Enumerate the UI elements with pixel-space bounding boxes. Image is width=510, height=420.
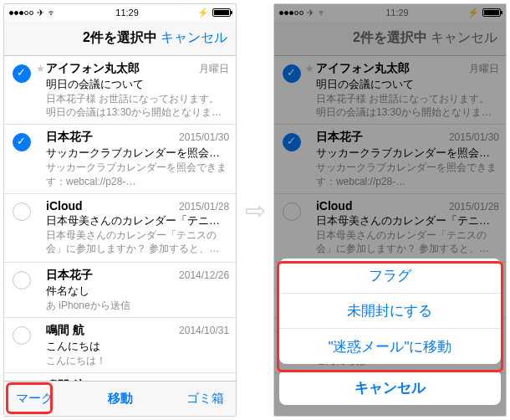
cancel-button[interactable]: キャンセル bbox=[161, 29, 227, 47]
mail-preview: あ iPhoneから送信 bbox=[46, 299, 229, 312]
mail-date: 2015/01/30 bbox=[179, 131, 229, 143]
mail-row[interactable]: 鳴間 航 2014/10/31 件名なし 📎添付ファイル: スクリーンショット … bbox=[4, 373, 236, 381]
nav-bar: 2件を選択中 キャンセル bbox=[4, 21, 236, 56]
select-circle[interactable] bbox=[13, 271, 31, 289]
select-circle[interactable] bbox=[13, 133, 31, 151]
mail-subject: 日本母美さんのカレンダー「テニスの会… bbox=[46, 213, 229, 228]
airplane-icon: ✈ bbox=[37, 8, 44, 18]
mail-subject: サッカークラブカレンダーを照会できます bbox=[46, 146, 229, 161]
mail-preview: 日本母美さんのカレンダー「テニスの会」に参加しますか？ 参加すると、このカレ… bbox=[46, 228, 229, 255]
charge-icon: ⚡ bbox=[197, 8, 209, 18]
mark-button[interactable]: マーク bbox=[16, 391, 54, 407]
select-circle[interactable] bbox=[13, 326, 31, 345]
star-icon: ★ bbox=[34, 61, 46, 119]
toolbar: マーク 移動 ゴミ箱 bbox=[4, 381, 236, 416]
select-circle[interactable] bbox=[13, 64, 31, 83]
mail-sender: 鳴間 航 bbox=[46, 323, 84, 338]
mail-date: 2015/01/28 bbox=[179, 201, 229, 213]
mail-preview: 日本花子様 お世話になっております。明日の会議は13:30から開始となりました。… bbox=[46, 92, 229, 119]
phone-left: ✈ ᯤ 11:29 ⚡ 2件を選択中 キャンセル ★ アイフォン丸太郎 月曜日 … bbox=[3, 3, 237, 417]
star-icon bbox=[34, 323, 46, 367]
mail-sender: アイフォン丸太郎 bbox=[46, 61, 140, 76]
mail-date: 2014/12/26 bbox=[179, 269, 229, 281]
sheet-cancel[interactable]: キャンセル bbox=[279, 370, 501, 405]
mail-sender: iCloud bbox=[46, 199, 83, 213]
sheet-unread[interactable]: 未開封にする bbox=[279, 294, 501, 329]
nav-title: 2件を選択中 bbox=[83, 29, 157, 47]
mail-subject: 件名なし bbox=[46, 284, 229, 299]
mail-preview: こんにちは！ bbox=[46, 354, 229, 367]
battery-icon bbox=[212, 8, 231, 17]
phone-right: ✈ ᯤ 11:29 ⚡ 2件を選択中 キャンセル ★ アイフォン丸太郎 月曜日 … bbox=[273, 3, 507, 417]
mail-row[interactable]: 日本花子 2015/01/30 サッカークラブカレンダーを照会できます サッカー… bbox=[4, 125, 236, 193]
mail-date: 2014/10/31 bbox=[179, 325, 229, 336]
status-time: 11:29 bbox=[115, 8, 139, 18]
select-circle[interactable] bbox=[13, 202, 31, 221]
sheet-flag[interactable]: フラグ bbox=[279, 259, 501, 294]
mail-date: 月曜日 bbox=[199, 62, 229, 76]
mail-preview: サッカークラブカレンダーを照会できます：webcal://p28-calenda… bbox=[46, 161, 229, 187]
mail-row[interactable]: iCloud 2015/01/28 日本母美さんのカレンダー「テニスの会… 日本… bbox=[4, 194, 236, 263]
mail-row[interactable]: ★ アイフォン丸太郎 月曜日 明日の会議について 日本花子様 お世話になっており… bbox=[4, 56, 236, 125]
wifi-icon: ᯤ bbox=[48, 8, 57, 18]
action-sheet: フラグ 未開封にする "迷惑メール"に移動 キャンセル bbox=[279, 259, 501, 411]
arrow-icon: ⇨ bbox=[243, 196, 267, 225]
star-icon bbox=[34, 130, 46, 187]
star-icon bbox=[34, 199, 46, 257]
mail-row[interactable]: 日本花子 2014/12/26 件名なし あ iPhoneから送信 bbox=[4, 263, 236, 318]
mail-row[interactable]: 鳴間 航 2014/10/31 こんにちは こんにちは！ bbox=[4, 318, 236, 373]
mail-list[interactable]: ★ アイフォン丸太郎 月曜日 明日の会議について 日本花子様 お世話になっており… bbox=[4, 56, 236, 381]
star-icon bbox=[34, 268, 46, 312]
status-bar: ✈ ᯤ 11:29 ⚡ bbox=[4, 4, 236, 21]
mail-subject: 明日の会議について bbox=[46, 77, 229, 92]
sheet-junk[interactable]: "迷惑メール"に移動 bbox=[279, 329, 501, 364]
mail-sender: 日本花子 bbox=[46, 130, 93, 145]
mail-sender: 日本花子 bbox=[46, 268, 93, 283]
trash-button[interactable]: ゴミ箱 bbox=[186, 391, 224, 407]
mail-subject: こんにちは bbox=[46, 339, 229, 354]
move-button[interactable]: 移動 bbox=[54, 391, 186, 407]
